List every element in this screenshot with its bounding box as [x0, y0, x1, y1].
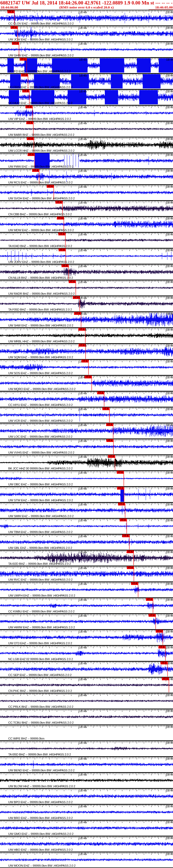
trace-label: UW UWFH EHZ -- 99999.0km BW .HIGHPASS 2.… — [8, 594, 75, 597]
pick-flag[interactable]: ×T 4 — [131, 582, 138, 585]
minute-label-right: 18:46 — [166, 725, 173, 728]
minute-label-right: 18:46 — [166, 805, 173, 808]
pick-flag[interactable]: ×T 4 — [28, 153, 34, 156]
pick-flag[interactable]: ×T 4 — [57, 217, 64, 219]
minute-label: 18:45 — [79, 138, 87, 141]
minute-label-right: 18:46 — [166, 265, 173, 268]
pick-flag[interactable]: ×T 4 — [78, 344, 85, 347]
trace-label: UW RVC EHZ -- 99999.0km BW .HIGHPASS 2.0… — [8, 578, 72, 581]
minute-label-right: 18:46 — [166, 789, 173, 792]
minute-label: 18:45 — [79, 821, 87, 824]
trace-label: CN CBB BHZ -- 99999.0km BW .HIGHPASS 2.0… — [8, 213, 72, 216]
minute-label: 18:45 — [79, 440, 87, 442]
trace-label: UW RADR BHZ -- 99999.0km BW .HIGHPASS 2.… — [8, 292, 75, 295]
minute-label: 18:45 — [79, 852, 87, 856]
trace-label: CC SEP EHZ -- 99999.0km BW .HIGHPASS 2.0… — [8, 674, 71, 677]
pick-flag[interactable]: ×T 4 — [47, 185, 54, 188]
pick-flag[interactable]: ×T 4 — [25, 105, 32, 108]
minute-label: 18:45 — [79, 535, 87, 538]
trace-label: UW MRBL HHZ -- 99999.0km BW .HIGHPASS 2.… — [8, 340, 75, 343]
pick-flag[interactable]: ×T 4 — [127, 566, 134, 569]
trace-label: UW BRO EHZ -- 99999.0km BW .HIGHPASS 2.0… — [8, 817, 73, 819]
minute-label: 18:45 — [79, 630, 87, 633]
pick-flag[interactable]: ×T 4 — [156, 630, 163, 632]
pick-flag[interactable]: ×T 4 — [59, 248, 66, 251]
trace-label: UW SOS EHZ -- 99999.0km BW .HIGHPASS 2.0… — [8, 372, 72, 375]
trace-label: UO HUO EHZ -- 99999.0km BW .HIGHPASS 2.0… — [8, 102, 72, 104]
pick-flag[interactable]: ×T 4 — [74, 312, 81, 315]
pick-flag[interactable]: ×T 4 — [32, 169, 39, 172]
trace-label: TA I05D BHZ -- 99999.0km BW .HIGHPASS 2.… — [8, 753, 71, 756]
minute-label-right: 18:46 — [166, 233, 173, 236]
pick-flag[interactable]: ×T 4 — [117, 487, 124, 490]
trace-label: NC LGB EHZ 02 99999.0km BW .HIGHPASS 2.0… — [8, 658, 73, 661]
minute-label-right: 18:46 — [166, 312, 173, 315]
minute-label-right: 18:46 — [166, 583, 173, 586]
minute-label-right: 18:46 — [166, 821, 173, 824]
pick-flag[interactable]: ×T 4 — [162, 677, 169, 680]
minute-label-right: 18:46 — [166, 519, 173, 522]
minute-label: 18:45 — [79, 694, 87, 697]
minute-label: 18:45 — [79, 185, 87, 188]
pick-flag[interactable]: ×T 4 — [85, 375, 92, 378]
pick-flag[interactable]: ×T 4 — [7, 10, 14, 13]
pick-flag[interactable]: ×T 4 — [160, 661, 168, 664]
minute-label-right: 18:46 — [166, 614, 173, 617]
pick-flag[interactable]: ×T 4 — [78, 328, 85, 331]
minute-label-right: 18:46 — [166, 360, 173, 363]
trace-label: UW VCR EHZ -- 99999.0km BW .HIGHPASS 2.0… — [8, 420, 72, 422]
minute-label: 18:45 — [79, 471, 87, 474]
minute-label-right: 18:46 — [166, 456, 173, 458]
pick-flag[interactable]: ×T 4 — [117, 471, 124, 474]
minute-label: 18:45 — [79, 233, 87, 236]
pick-flag[interactable]: ×T 4 — [58, 232, 65, 236]
pick-flag[interactable]: ×T 4 — [102, 407, 109, 410]
minute-label-right: 18:46 — [166, 424, 173, 427]
trace-label: UO FRIS EHZ -- 99999.0km BW .HIGHPASS 2.… — [8, 86, 72, 89]
pick-flag[interactable]: ×T 4 — [118, 503, 125, 505]
trace-label: CC KWBU EHZ -- 99999.0km BW .HIGHPASS 2.… — [8, 610, 75, 613]
pick-flag[interactable]: ×T 4 — [146, 598, 153, 601]
pick-flag[interactable]: ×T 4 — [120, 519, 127, 521]
minute-label-right: 18:46 — [166, 773, 173, 776]
pick-flag[interactable]: ×T 4 — [108, 455, 115, 458]
trace-label: UW TBM EHZ -- 99999.0km BW .HIGHPASS 2.0… — [8, 531, 72, 533]
minute-label-right: 18:46 — [166, 344, 173, 347]
minute-label-right: 18:46 — [166, 852, 173, 856]
pick-flag[interactable]: ×T 4 — [69, 280, 76, 283]
pick-flag[interactable]: ×T 4 — [55, 201, 63, 204]
minute-label-right: 18:46 — [166, 106, 173, 109]
pick-flag[interactable]: ×T 4 — [26, 121, 33, 124]
minute-label: 18:45 — [79, 503, 87, 506]
pick-flag[interactable]: ×T 4 — [22, 90, 29, 92]
pick-flag[interactable]: ×T 4 — [106, 439, 113, 442]
seismogram-review-window: { "palette":{"blue":"#0a0aee","navy":"#2… — [0, 0, 173, 868]
pick-flag[interactable]: ×T 4 — [97, 391, 104, 394]
trace-label: UW GBL EHZ -- 99999.0km BW .HIGHPASS 2.0… — [8, 547, 72, 550]
pick-flag[interactable]: ×T 4 — [20, 58, 27, 61]
minute-label-right: 18:46 — [166, 249, 173, 252]
trace-label: UW FMW EHZ -- 99999.0km BW .HIGHPASS 2.0… — [8, 165, 74, 168]
pick-flag[interactable]: ×T 4 — [10, 26, 18, 29]
trace-label: BK JCC HHZ 00 99999.0km BW .HIGHPASS 2.0… — [8, 467, 72, 470]
minute-label-right: 18:46 — [166, 630, 173, 633]
trace-label: UW BEND EHZ -- 99999.0km BW .HIGHPASS 2.… — [8, 769, 75, 772]
minute-label: 18:45 — [79, 519, 87, 522]
pick-flag[interactable]: ×T 4 — [12, 42, 19, 45]
minute-label-right: 18:46 — [166, 217, 173, 220]
pick-flag[interactable]: ×T 4 — [61, 264, 69, 267]
minute-label-right: 18:46 — [166, 11, 173, 14]
pick-flag[interactable]: ×T 4 — [21, 73, 28, 76]
trace-label: UW HBO EHZ -- 99999.0km BW .HIGHPASS 2.0… — [8, 848, 73, 851]
pick-flag[interactable]: ×T 4 — [81, 360, 88, 363]
minute-label: 18:45 — [79, 11, 87, 14]
pick-flag[interactable]: ×T 4 — [73, 296, 80, 299]
minute-label: 18:45 — [79, 90, 87, 93]
pick-flag[interactable]: ×T 4 — [27, 137, 34, 140]
pick-flag[interactable]: ×T 4 — [149, 614, 155, 617]
minute-label-right: 18:46 — [166, 376, 173, 379]
pick-flag[interactable]: ×T 4 — [122, 534, 129, 537]
pick-flag[interactable]: ×T 4 — [158, 646, 165, 649]
pick-flag[interactable]: ×T 4 — [127, 550, 133, 553]
pick-flag[interactable]: ×T 4 — [106, 423, 113, 426]
